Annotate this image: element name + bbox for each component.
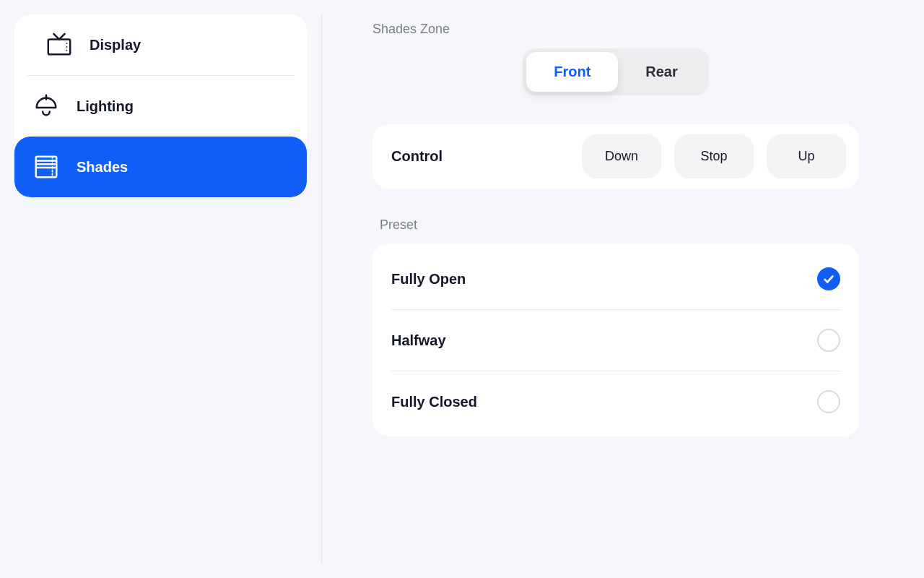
sidebar-item-display[interactable]: Display	[27, 14, 294, 76]
preset-option-label: Halfway	[391, 332, 446, 349]
zone-tabs: Front Rear	[523, 48, 709, 95]
radio-unselected-icon	[817, 390, 840, 413]
sidebar-item-lighting[interactable]: Lighting	[14, 76, 307, 137]
control-heading: Control	[391, 148, 443, 165]
preset-option-label: Fully Closed	[391, 394, 477, 410]
sidebar-item-label: Shades	[77, 159, 128, 176]
preset-heading: Preset	[380, 217, 859, 233]
zone-tab-front[interactable]: Front	[526, 52, 618, 92]
preset-option-label: Fully Open	[391, 271, 466, 288]
shades-icon	[32, 152, 61, 181]
tv-icon	[45, 30, 74, 59]
svg-point-4	[66, 46, 68, 48]
sidebar-item-shades[interactable]: Shades	[14, 137, 307, 197]
sidebar-item-label: Display	[90, 37, 141, 53]
radio-unselected-icon	[817, 329, 840, 352]
control-button-group: Down Stop Up	[582, 134, 846, 178]
control-card: Control Down Stop Up	[372, 124, 859, 189]
zone-tab-rear[interactable]: Rear	[618, 52, 705, 92]
control-button-stop[interactable]: Stop	[674, 134, 754, 178]
preset-card: Fully Open Halfway Fully Closed	[372, 244, 859, 436]
sidebar-card: Display Lighting	[14, 14, 307, 197]
zone-heading: Shades Zone	[372, 22, 859, 37]
svg-point-5	[66, 50, 68, 51]
lamp-icon	[32, 92, 61, 121]
main-panel: Shades Zone Front Rear Control Down Stop…	[321, 14, 910, 564]
sidebar-item-label: Lighting	[77, 98, 134, 115]
preset-option-fully-closed[interactable]: Fully Closed	[391, 371, 840, 432]
sidebar: Display Lighting	[14, 14, 321, 564]
preset-option-fully-open[interactable]: Fully Open	[391, 249, 840, 310]
control-button-down[interactable]: Down	[582, 134, 661, 178]
preset-option-halfway[interactable]: Halfway	[391, 310, 840, 371]
svg-point-3	[66, 43, 68, 44]
control-button-up[interactable]: Up	[767, 134, 846, 178]
radio-selected-icon	[817, 267, 840, 290]
